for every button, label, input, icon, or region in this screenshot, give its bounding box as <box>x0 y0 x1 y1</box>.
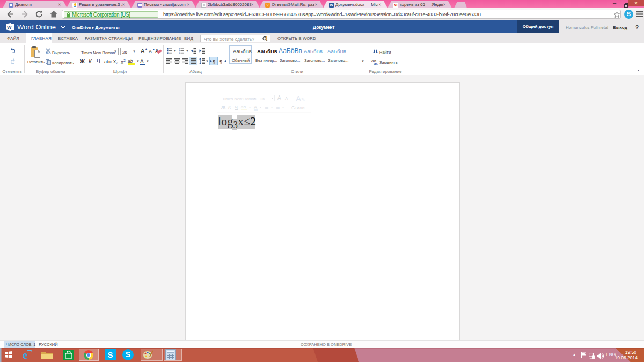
svg-text:W: W <box>7 25 12 30</box>
svg-text:ac: ac <box>374 61 378 65</box>
svg-text:¶: ¶ <box>219 59 222 64</box>
svg-text:¶: ¶ <box>213 59 215 64</box>
